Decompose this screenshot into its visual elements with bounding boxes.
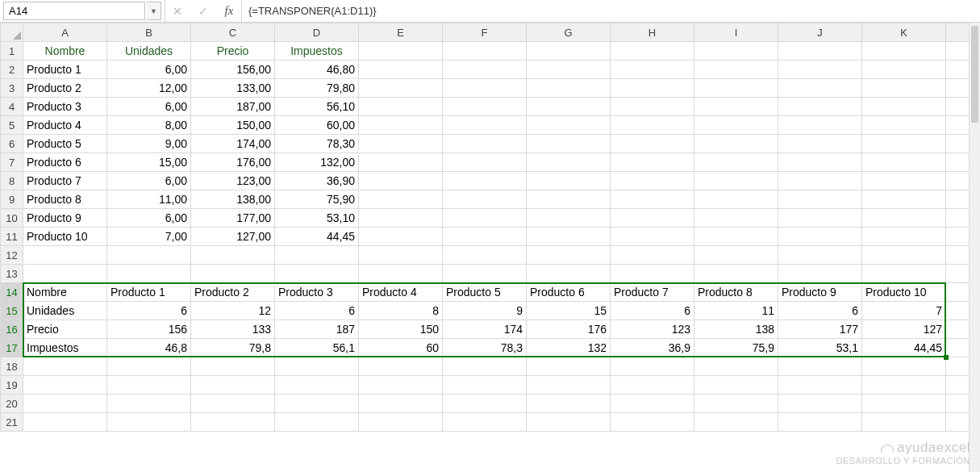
row-header-3[interactable]: 3 xyxy=(1,79,23,98)
cell-A2[interactable]: Producto 1 xyxy=(23,61,107,79)
cell-F2[interactable] xyxy=(443,61,527,79)
cell-E15[interactable]: 8 xyxy=(359,302,443,320)
cell-B21[interactable] xyxy=(107,413,191,432)
row-header-21[interactable]: 21 xyxy=(1,413,23,432)
cell-I16[interactable]: 138 xyxy=(694,320,778,339)
cell-H10[interactable] xyxy=(611,209,694,228)
cell-J4[interactable] xyxy=(778,98,862,116)
cell-I17[interactable]: 75,9 xyxy=(694,339,778,357)
col-header-C[interactable]: C xyxy=(191,23,275,42)
row-header-19[interactable]: 19 xyxy=(1,376,23,395)
cell-D8[interactable]: 36,90 xyxy=(275,172,359,190)
cell-K14[interactable]: Producto 10 xyxy=(862,283,946,302)
cell-C20[interactable] xyxy=(191,395,275,413)
cell-H5[interactable] xyxy=(611,116,694,135)
cell-B12[interactable] xyxy=(107,246,191,265)
cell-E9[interactable] xyxy=(359,190,443,209)
cell-K3[interactable] xyxy=(862,79,946,98)
cell-F6[interactable] xyxy=(443,135,527,153)
cell-H2[interactable] xyxy=(611,61,694,79)
vertical-scrollbar[interactable] xyxy=(969,23,980,472)
cell-G6[interactable] xyxy=(527,135,611,153)
cell-K9[interactable] xyxy=(862,190,946,209)
row-header-13[interactable]: 13 xyxy=(1,265,23,283)
cell-C21[interactable] xyxy=(191,413,275,432)
cell-F5[interactable] xyxy=(443,116,527,135)
cell-K19[interactable] xyxy=(862,376,946,395)
cell-H11[interactable] xyxy=(611,228,694,246)
row-header-6[interactable]: 6 xyxy=(1,135,23,153)
cell-J14[interactable]: Producto 9 xyxy=(778,283,862,302)
col-header-G[interactable]: G xyxy=(527,23,611,42)
formula-input[interactable]: {=TRANSPONER(A1:D11)} xyxy=(242,0,980,22)
cell-K20[interactable] xyxy=(862,395,946,413)
cell-J9[interactable] xyxy=(778,190,862,209)
cell-H3[interactable] xyxy=(611,79,694,98)
cell-G2[interactable] xyxy=(527,61,611,79)
cell-C9[interactable]: 138,00 xyxy=(191,190,275,209)
cell-B1[interactable]: Unidades xyxy=(107,42,191,61)
cell-F15[interactable]: 9 xyxy=(443,302,527,320)
cell-F19[interactable] xyxy=(443,376,527,395)
cell-K7[interactable] xyxy=(862,153,946,172)
cell-A4[interactable]: Producto 3 xyxy=(23,98,107,116)
cell-D20[interactable] xyxy=(275,395,359,413)
cell-E12[interactable] xyxy=(359,246,443,265)
select-all-corner[interactable] xyxy=(1,23,23,42)
cell-A17[interactable]: Impuestos xyxy=(23,339,107,357)
cell-E2[interactable] xyxy=(359,61,443,79)
cell-H21[interactable] xyxy=(611,413,694,432)
cell-E4[interactable] xyxy=(359,98,443,116)
cell-I6[interactable] xyxy=(694,135,778,153)
cell-B20[interactable] xyxy=(107,395,191,413)
cell-K18[interactable] xyxy=(862,357,946,376)
cell-B8[interactable]: 6,00 xyxy=(107,172,191,190)
row-header-5[interactable]: 5 xyxy=(1,116,23,135)
cell-J5[interactable] xyxy=(778,116,862,135)
cell-K15[interactable]: 7 xyxy=(862,302,946,320)
fx-icon[interactable]: fx xyxy=(222,4,236,18)
cell-G8[interactable] xyxy=(527,172,611,190)
cell-E8[interactable] xyxy=(359,172,443,190)
cell-C17[interactable]: 79,8 xyxy=(191,339,275,357)
cell-J3[interactable] xyxy=(778,79,862,98)
cell-I7[interactable] xyxy=(694,153,778,172)
cell-J11[interactable] xyxy=(778,228,862,246)
cell-I4[interactable] xyxy=(694,98,778,116)
col-header-E[interactable]: E xyxy=(359,23,443,42)
cell-B11[interactable]: 7,00 xyxy=(107,228,191,246)
cell-A5[interactable]: Producto 4 xyxy=(23,116,107,135)
cell-E1[interactable] xyxy=(359,42,443,61)
cell-F11[interactable] xyxy=(443,228,527,246)
cell-D2[interactable]: 46,80 xyxy=(275,61,359,79)
cell-C4[interactable]: 187,00 xyxy=(191,98,275,116)
cell-J13[interactable] xyxy=(778,265,862,283)
cell-C1[interactable]: Precio xyxy=(191,42,275,61)
cell-C11[interactable]: 127,00 xyxy=(191,228,275,246)
cell-J1[interactable] xyxy=(778,42,862,61)
cell-H14[interactable]: Producto 7 xyxy=(611,283,694,302)
cell-D18[interactable] xyxy=(275,357,359,376)
row-header-1[interactable]: 1 xyxy=(1,42,23,61)
cell-D13[interactable] xyxy=(275,265,359,283)
cell-G18[interactable] xyxy=(527,357,611,376)
cell-B18[interactable] xyxy=(107,357,191,376)
cell-D19[interactable] xyxy=(275,376,359,395)
cell-A20[interactable] xyxy=(23,395,107,413)
cell-H13[interactable] xyxy=(611,265,694,283)
cell-A3[interactable]: Producto 2 xyxy=(23,79,107,98)
name-box[interactable]: A14 xyxy=(3,2,145,20)
cell-J7[interactable] xyxy=(778,153,862,172)
cell-C3[interactable]: 133,00 xyxy=(191,79,275,98)
cell-I9[interactable] xyxy=(694,190,778,209)
cell-K17[interactable]: 44,45 xyxy=(862,339,946,357)
cell-F14[interactable]: Producto 5 xyxy=(443,283,527,302)
cell-H9[interactable] xyxy=(611,190,694,209)
cell-F20[interactable] xyxy=(443,395,527,413)
cell-A10[interactable]: Producto 9 xyxy=(23,209,107,228)
cell-K21[interactable] xyxy=(862,413,946,432)
cell-D14[interactable]: Producto 3 xyxy=(275,283,359,302)
cell-B7[interactable]: 15,00 xyxy=(107,153,191,172)
cell-D10[interactable]: 53,10 xyxy=(275,209,359,228)
col-header-F[interactable]: F xyxy=(443,23,527,42)
